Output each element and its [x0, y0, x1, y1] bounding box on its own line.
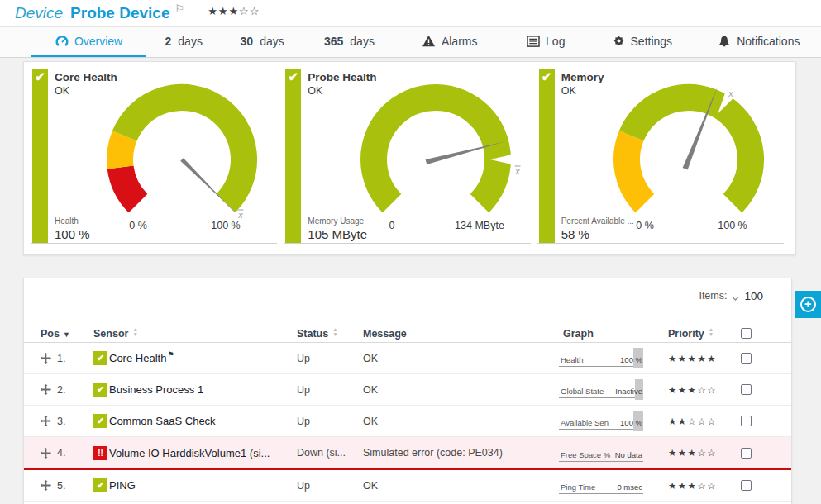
device-header: Device Probe Device ⚐ ★★★☆☆	[0, 0, 821, 27]
gauge-min-label: 0 %	[636, 220, 654, 231]
gauge-channel-label: Health	[55, 216, 90, 226]
items-count: 100	[744, 290, 763, 302]
chevron-down-icon	[732, 290, 739, 305]
column-header-status[interactable]: Status▲▼	[297, 327, 363, 340]
column-header-sensor[interactable]: Sensor▲▼	[93, 327, 297, 340]
gauge-card-probe-health[interactable]: ✔ Probe Health OK x 0 134 MByte Memory U…	[284, 69, 530, 244]
priority-stars[interactable]: ★★★☆☆	[668, 480, 741, 492]
gauge-min-label: 0 %	[130, 220, 148, 231]
move-handle-icon[interactable]	[41, 353, 51, 364]
sensor-link[interactable]: ✔ Core Health ⚑	[93, 351, 297, 365]
plus-icon: +	[800, 297, 816, 312]
priority-stars[interactable]: ★★★☆☆	[668, 384, 741, 396]
sort-icon: ▲▼	[709, 327, 714, 336]
priority-stars[interactable]: ★★★★★	[668, 353, 741, 364]
tab-label: Alarms	[442, 35, 478, 48]
gauge-title: Memory	[561, 71, 604, 83]
gauge-channel-label: Percent Available ...	[561, 216, 634, 226]
column-header-pos[interactable]: Pos▼	[41, 328, 93, 340]
gauge-status: OK	[561, 85, 576, 97]
priority-stars[interactable]: ★★☆☆☆	[668, 416, 741, 427]
table-row: 1. ✔ Core Health ⚑ Up OK Health 100 % ★★…	[24, 343, 791, 374]
avg-marker: x	[514, 166, 520, 176]
move-handle-icon[interactable]	[41, 416, 51, 426]
sensor-ok-icon: ✔	[93, 351, 107, 365]
column-header-graph: Graph	[559, 328, 668, 340]
check-icon: ✔	[285, 69, 301, 84]
sensor-link[interactable]: ✔ Common SaaS Check	[93, 414, 297, 428]
move-handle-icon[interactable]	[41, 448, 51, 459]
message-text: OK	[363, 416, 559, 427]
row-checkbox[interactable]	[741, 480, 752, 491]
status-bar-ok	[285, 69, 301, 243]
row-checkbox[interactable]	[741, 384, 752, 395]
status-bar-ok	[32, 69, 48, 243]
log-icon	[527, 36, 540, 47]
gauge-card-core-health[interactable]: ✔ Core Health OK x 0 % 100 % Health 100 …	[31, 69, 277, 244]
gauge-min-label: 0	[389, 220, 394, 231]
status-text: Down (si...	[297, 447, 363, 459]
gauge-icon	[55, 35, 69, 48]
page-title: Probe Device	[70, 4, 169, 22]
row-checkbox[interactable]	[741, 353, 752, 364]
tab-30-days[interactable]: 30 days	[221, 27, 303, 57]
tab-number: 365	[324, 35, 343, 48]
tab-log[interactable]: Log	[504, 27, 589, 57]
sensor-ok-icon: ✔	[93, 414, 107, 428]
table-row: 3. ✔ Common SaaS Check Up OK Available S…	[24, 406, 791, 437]
move-handle-icon[interactable]	[41, 384, 51, 395]
tab-label: Overview	[74, 35, 122, 48]
move-handle-icon[interactable]	[41, 480, 51, 491]
position-number: 1.	[57, 353, 65, 364]
tab-label: Notifications	[737, 35, 800, 48]
mini-graph[interactable]: Global State Inactive	[559, 381, 643, 398]
position-number: 4.	[57, 447, 65, 459]
sort-icon: ▲▼	[132, 327, 137, 336]
gauge-title: Probe Health	[308, 71, 376, 83]
warning-icon	[422, 35, 436, 47]
gauge-value: 105 MByte	[308, 227, 367, 241]
avg-marker: x	[238, 210, 244, 220]
gauge-core-health: x 0 % 100 %	[95, 83, 269, 232]
tab-2-days[interactable]: 2 days	[146, 27, 221, 57]
tab-label: days	[178, 35, 203, 48]
row-checkbox[interactable]	[741, 416, 752, 426]
column-header-priority[interactable]: Priority▲▼	[668, 327, 741, 340]
gauge-card-memory[interactable]: ✔ Memory OK x 0 % 100 % Percent Availabl…	[537, 69, 784, 244]
message-text: OK	[363, 480, 559, 492]
tab-label: Settings	[631, 35, 673, 48]
device-kind-label: Device	[15, 4, 63, 22]
message-text: OK	[363, 384, 559, 396]
column-header-message[interactable]: Message	[363, 328, 559, 340]
mini-graph[interactable]: Available Sen 100 %	[559, 412, 643, 430]
sensor-error-icon: !!	[93, 446, 107, 460]
gauge-probe-health: x 0 134 MByte	[349, 83, 523, 232]
tab-number: 30	[241, 35, 254, 48]
flag-icon: ⚐	[174, 2, 184, 15]
tab-alarms[interactable]: Alarms	[395, 27, 504, 57]
tab-365-days[interactable]: 365 days	[303, 27, 395, 57]
mini-graph[interactable]: Ping Time 0 msec	[559, 477, 643, 494]
message-text: Simulated error (code: PE034)	[363, 447, 559, 459]
items-per-page-dropdown[interactable]: Items: 100	[24, 278, 791, 325]
tab-settings[interactable]: Settings	[588, 27, 697, 57]
mini-graph[interactable]: Health 100 %	[559, 349, 643, 367]
sensor-link[interactable]: ✔ Business Process 1	[93, 383, 297, 397]
tab-notifications[interactable]: Notifications	[697, 27, 821, 57]
tab-overview[interactable]: Overview	[31, 27, 146, 57]
row-checkbox[interactable]	[741, 448, 752, 459]
select-all-checkbox[interactable]	[741, 328, 752, 339]
sensor-link[interactable]: !! Volume IO HarddiskVolume1 (si...	[93, 446, 297, 460]
sensor-table-panel: Items: 100 Pos▼ Sensor▲▼ Status▲▼ Messag…	[23, 278, 792, 504]
priority-stars[interactable]: ★★★☆☆	[668, 447, 741, 459]
bell-icon	[718, 35, 731, 48]
avg-marker: x	[728, 88, 733, 98]
add-sensor-button[interactable]: +	[795, 291, 821, 318]
status-text: Up	[297, 416, 363, 427]
mini-graph[interactable]: Free Space % No data	[559, 445, 643, 462]
device-priority-stars[interactable]: ★★★☆☆	[208, 5, 260, 17]
items-label: Items:	[699, 290, 727, 302]
gauge-max-label: 100 %	[718, 220, 747, 231]
status-text: Up	[297, 353, 363, 364]
sensor-link[interactable]: ✔ PING	[93, 478, 297, 492]
